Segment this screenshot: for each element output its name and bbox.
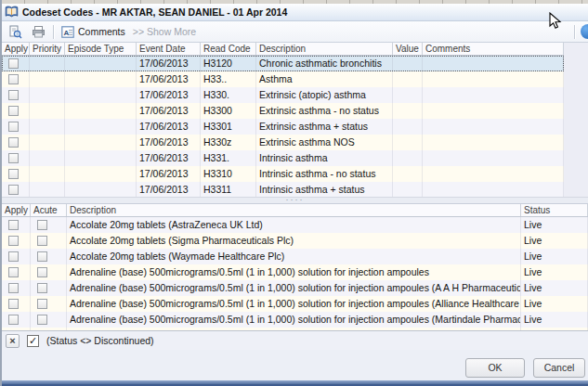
col-header-acute[interactable]: Acute — [31, 204, 67, 216]
print-button[interactable] — [30, 24, 47, 40]
col-header-priority[interactable]: Priority — [30, 43, 65, 55]
priority-cell — [30, 71, 65, 87]
print-preview-icon — [8, 25, 22, 39]
codes-row-H330z[interactable]: 17/06/2013H330zExtrinsic asthma NOS — [2, 135, 564, 150]
read-code-cell: H331. — [201, 150, 256, 166]
status-cell: Live — [521, 233, 588, 249]
print-preview-button[interactable] — [7, 24, 24, 40]
meds-row-2[interactable]: Accolate 20mg tablets (Sigma Pharmaceuti… — [2, 233, 588, 249]
priority-cell — [30, 103, 65, 119]
codes-row-H330.[interactable]: 17/06/2013H330.Extrinsic (atopic) asthma — [2, 87, 564, 103]
codes-row-H3300[interactable]: 17/06/2013H3300Extrinsic asthma - no sta… — [2, 103, 564, 119]
acute-checkbox[interactable] — [37, 251, 47, 262]
event-date-cell: 17/06/2013 — [137, 56, 201, 71]
filter-checkbox[interactable]: ✓ — [27, 335, 39, 347]
col-header-comments[interactable]: Comments — [423, 43, 564, 55]
codes-row-H33..[interactable]: 17/06/2013H33..Asthma — [2, 71, 564, 87]
value-cell — [393, 103, 423, 119]
description-cell: Adrenaline (base) 500micrograms/0.5ml (1… — [67, 312, 521, 328]
apply-checkbox[interactable] — [8, 299, 19, 309]
meds-row-5[interactable]: Adrenaline (base) 500micrograms/0.5ml (1… — [2, 280, 588, 296]
episode-type-cell — [65, 119, 137, 135]
apply-checkbox[interactable] — [8, 315, 19, 325]
apply-checkbox[interactable] — [8, 137, 19, 148]
acute-checkbox[interactable] — [37, 220, 47, 230]
col-header-value[interactable]: Value — [393, 43, 423, 55]
description-cell: Accolate 20mg tablets (Sigma Pharmaceuti… — [67, 233, 521, 249]
acute-cell — [31, 249, 67, 264]
apply-checkbox[interactable] — [8, 185, 19, 195]
apply-checkbox[interactable] — [8, 283, 19, 293]
acute-checkbox[interactable] — [37, 299, 47, 309]
col-header-apply[interactable]: Apply — [2, 43, 30, 55]
apply-cell — [2, 71, 30, 87]
read-code-cell: H3310 — [201, 166, 256, 182]
priority-cell — [30, 56, 65, 71]
codes-row-H3120[interactable]: 17/06/2013H3120Chronic asthmatic bronchi… — [2, 56, 564, 71]
description-cell: Adrenaline (base) 500micrograms/0.5ml (1… — [67, 280, 521, 296]
apply-checkbox[interactable] — [8, 58, 19, 69]
read-code-cell: H3300 — [201, 103, 256, 119]
comments-button[interactable]: A Comments — [59, 25, 127, 39]
apply-checkbox[interactable] — [8, 90, 19, 100]
show-more-link[interactable]: >> Show More — [133, 26, 196, 37]
col-header-event-date[interactable]: Event Date — [137, 43, 201, 55]
col-header-episode-type[interactable]: Episode Type — [65, 43, 137, 55]
cancel-button[interactable]: Cancel — [533, 358, 585, 378]
status-cell: Live — [521, 217, 588, 233]
col-header-status[interactable]: Status — [521, 204, 588, 216]
description-cell: Intrinsic asthma - no status — [256, 166, 393, 182]
apply-checkbox[interactable] — [8, 106, 19, 116]
event-date-cell: 17/06/2013 — [137, 119, 201, 135]
comments-button-label: Comments — [78, 26, 125, 37]
episode-type-cell — [65, 71, 137, 87]
meds-grid-header: Apply Acute Description Status — [2, 204, 588, 217]
event-date-cell: 17/06/2013 — [137, 182, 201, 198]
help-circle-icon[interactable] — [581, 24, 588, 39]
clear-filter-button[interactable]: × — [6, 334, 20, 348]
value-cell — [393, 150, 423, 166]
codes-row-H3301[interactable]: 17/06/2013H3301Extrinsic asthma + status — [2, 119, 564, 135]
codes-row-H3310[interactable]: 17/06/2013H3310Intrinsic asthma - no sta… — [2, 166, 564, 182]
col-header-description[interactable]: Description — [67, 204, 521, 216]
meds-row-3[interactable]: Accolate 20mg tablets (Waymade Healthcar… — [2, 249, 588, 264]
col-header-read-code[interactable]: Read Code — [201, 43, 256, 55]
acute-cell — [31, 296, 67, 312]
acute-checkbox[interactable] — [37, 267, 47, 277]
codes-row-H331.[interactable]: 17/06/2013H331.Intrinsic asthma — [2, 150, 564, 166]
value-cell — [393, 166, 423, 182]
apply-checkbox[interactable] — [8, 236, 19, 246]
col-header-description[interactable]: Description — [256, 43, 393, 55]
apply-checkbox[interactable] — [8, 153, 19, 163]
meds-row-7[interactable]: Adrenaline (base) 500micrograms/0.5ml (1… — [2, 312, 588, 328]
apply-checkbox[interactable] — [8, 74, 19, 84]
apply-checkbox[interactable] — [8, 122, 19, 132]
priority-cell — [30, 182, 65, 198]
meds-row-6[interactable]: Adrenaline (base) 500micrograms/0.5ml (1… — [2, 296, 588, 312]
episode-type-cell — [65, 182, 137, 198]
ok-button[interactable]: OK — [465, 358, 525, 378]
col-header-apply[interactable]: Apply — [2, 204, 31, 216]
status-cell: Live — [521, 312, 588, 328]
codeset-codes-dialog: Codeset Codes - MR AKTAR, SEAN DANIEL - … — [0, 0, 588, 386]
meds-row-4[interactable]: Adrenaline (base) 500micrograms/0.5ml (1… — [2, 264, 588, 280]
acute-checkbox[interactable] — [37, 236, 47, 246]
apply-checkbox[interactable] — [8, 251, 19, 262]
episode-type-cell — [65, 135, 137, 150]
titlebar[interactable]: Codeset Codes - MR AKTAR, SEAN DANIEL - … — [2, 4, 588, 21]
description-cell: Extrinsic (atopic) asthma — [256, 87, 393, 103]
acute-checkbox[interactable] — [37, 315, 47, 325]
apply-checkbox[interactable] — [8, 169, 19, 179]
priority-cell — [30, 166, 65, 182]
description-cell: Accolate 20mg tablets (Waymade Healthcar… — [67, 249, 521, 264]
apply-cell — [2, 312, 31, 328]
codes-row-H3311[interactable]: 17/06/2013H3311Intrinsic asthma + status — [2, 182, 564, 198]
grid-splitter[interactable]: ···· — [2, 197, 588, 204]
apply-checkbox[interactable] — [8, 267, 19, 277]
apply-checkbox[interactable] — [8, 220, 19, 230]
read-code-cell: H33.. — [201, 71, 256, 87]
event-date-cell: 17/06/2013 — [137, 103, 201, 119]
priority-cell — [30, 119, 65, 135]
meds-row-1[interactable]: Accolate 20mg tablets (AstraZeneca UK Lt… — [2, 217, 588, 233]
acute-checkbox[interactable] — [37, 283, 47, 293]
